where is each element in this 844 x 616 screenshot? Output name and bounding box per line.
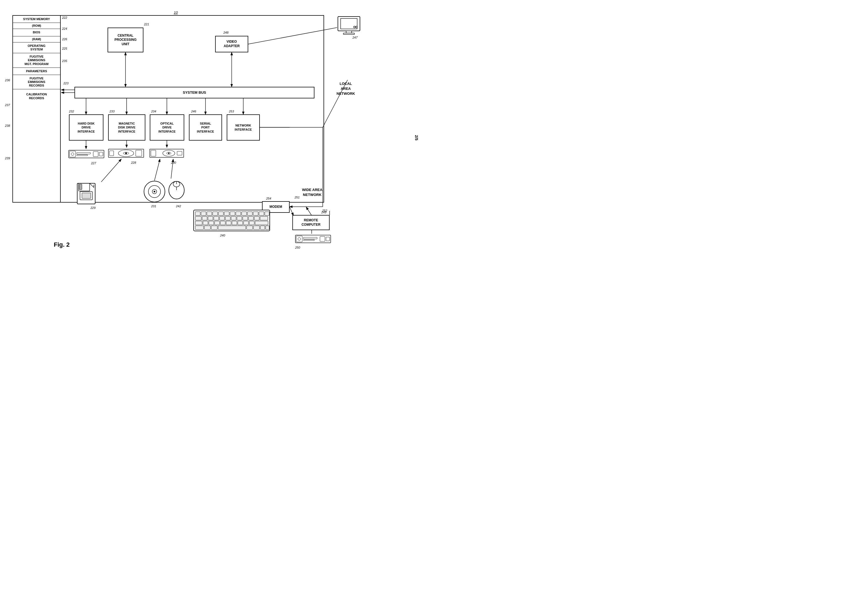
svg-rect-89 <box>326 237 329 241</box>
svg-rect-62 <box>254 216 259 220</box>
svg-rect-61 <box>248 216 253 220</box>
svg-rect-53 <box>202 216 207 220</box>
remote-computer-box: REMOTECOMPUTER <box>293 215 329 230</box>
fig-label: Fig. 2 <box>54 241 69 248</box>
memory-column: SYSTEM MEMORY (ROM) BIOS (RAM) OPERATING… <box>12 15 61 202</box>
svg-rect-28 <box>82 193 91 198</box>
ref-248: 248 <box>223 31 228 34</box>
ref-236: 236 <box>5 79 10 82</box>
svg-rect-46 <box>236 212 241 216</box>
svg-rect-43 <box>218 212 223 216</box>
svg-rect-18 <box>136 150 142 156</box>
svg-rect-48 <box>247 212 252 216</box>
svg-rect-64 <box>195 221 202 225</box>
svg-point-8 <box>71 153 74 155</box>
svg-rect-71 <box>238 221 243 225</box>
svg-rect-42 <box>213 212 218 216</box>
magnetic-disk-interface-box: MAGNETICDISK DRIVEINTERFACE <box>108 114 146 141</box>
svg-point-23 <box>168 153 170 154</box>
svg-line-117 <box>290 207 294 216</box>
optical-drive-icon <box>150 147 184 159</box>
ref-246: 246 <box>191 110 196 113</box>
floppy-drive-icon <box>108 147 144 159</box>
ref-247: 247 <box>353 36 357 39</box>
ref-237: 237 <box>5 103 10 107</box>
svg-rect-82 <box>266 226 269 230</box>
svg-rect-45 <box>230 212 235 216</box>
svg-rect-79 <box>247 226 253 230</box>
svg-rect-2 <box>346 31 351 33</box>
svg-rect-66 <box>209 221 214 225</box>
svg-rect-68 <box>221 221 225 225</box>
svg-rect-9 <box>77 153 90 154</box>
ref-250: 250 <box>295 246 300 249</box>
svg-rect-52 <box>195 216 201 220</box>
svg-rect-44 <box>224 212 229 216</box>
svg-rect-3 <box>343 33 354 34</box>
hard-disk-device-icon <box>68 149 104 159</box>
svg-rect-40 <box>201 212 206 216</box>
mouse-icon <box>168 179 185 199</box>
network-interface-box: NETWORKINTERFACE <box>227 114 260 141</box>
svg-rect-76 <box>204 226 210 230</box>
monitor-icon <box>337 15 361 36</box>
svg-rect-67 <box>215 221 219 225</box>
ram-label: (RAM) <box>13 37 60 43</box>
system-memory-label: SYSTEM MEMORY <box>13 16 60 23</box>
ref-225: 225 <box>62 47 67 50</box>
svg-rect-65 <box>203 221 208 225</box>
svg-rect-80 <box>253 226 260 230</box>
svg-rect-47 <box>242 212 247 216</box>
svg-rect-74 <box>255 221 268 225</box>
fugitive-emissions-records-label: FUGITIVEEMMISIONSRECORDS <box>13 75 60 89</box>
svg-rect-77 <box>211 226 218 230</box>
ref-229: 229 <box>90 206 96 210</box>
fugitive-emissions-mgt-label: FUGITIVEEMMISIONSMGT. PROGRAM <box>13 53 60 68</box>
ref-232: 232 <box>69 110 74 113</box>
svg-rect-56 <box>219 216 225 220</box>
ref-249: 249 <box>321 211 326 214</box>
svg-rect-20 <box>151 150 156 156</box>
ref-254: 254 <box>266 197 271 200</box>
optical-drive-interface-box: OPTICALDRIVEINTERFACE <box>150 114 184 141</box>
svg-rect-86 <box>303 237 317 239</box>
floppy-disk-icon <box>76 182 97 205</box>
remote-computer-device-icon <box>295 234 331 244</box>
svg-rect-81 <box>260 226 265 230</box>
svg-rect-60 <box>243 216 248 220</box>
svg-rect-24 <box>177 151 182 155</box>
bios-label: BIOS <box>13 29 60 36</box>
svg-rect-69 <box>226 221 231 225</box>
diagram-number: 10 <box>174 10 178 15</box>
svg-rect-12 <box>99 152 103 156</box>
svg-rect-59 <box>237 216 242 220</box>
serial-port-interface-box: SERIALPORTINTERFACE <box>189 114 222 141</box>
wan-label: WIDE AREANETWORK <box>302 188 322 197</box>
keyboard-icon <box>193 210 270 232</box>
svg-rect-10 <box>77 155 88 156</box>
svg-rect-11 <box>93 152 98 157</box>
ref-227: 227 <box>91 161 96 165</box>
operating-system-label: OPERATINGSYSTEM <box>13 43 60 53</box>
diagram-container: 10 SYSTEM MEMORY (ROM) BIOS (RAM) OPERAT… <box>0 0 422 308</box>
svg-rect-17 <box>109 151 114 156</box>
svg-point-5 <box>356 26 357 28</box>
svg-rect-54 <box>208 216 213 220</box>
svg-rect-29 <box>79 184 82 190</box>
svg-rect-41 <box>207 212 212 216</box>
svg-line-118 <box>306 207 312 216</box>
ref-228: 228 <box>131 161 136 164</box>
svg-rect-72 <box>244 221 248 225</box>
hard-disk-interface-box: HARD DISKDRIVEINTERFACE <box>69 114 103 141</box>
cpu-box: CENTRALPROCESSINGUNIT <box>107 28 143 52</box>
ref-221: 221 <box>144 23 149 26</box>
ref-240: 240 <box>220 234 225 237</box>
lan-label: LOCALAREANETWORK <box>337 81 355 97</box>
ref-226: 226 <box>62 38 67 41</box>
svg-rect-70 <box>232 221 237 225</box>
rom-label: (ROM) <box>13 23 60 29</box>
ref-238: 238 <box>5 124 10 127</box>
parameters-label: PARAMETERS <box>13 68 60 75</box>
ref-234: 234 <box>151 110 156 113</box>
ref-230: 230 <box>171 161 176 164</box>
